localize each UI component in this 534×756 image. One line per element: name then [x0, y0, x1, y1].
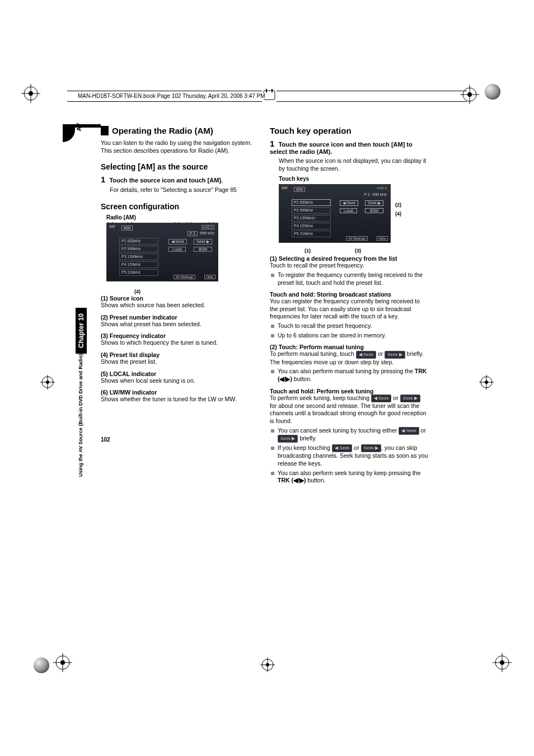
text: or [376, 350, 385, 357]
left-column: Operating the Radio (AM) You can listen … [101, 126, 259, 403]
text: To perform seek tuning, keep touching [270, 395, 371, 401]
figure-wrap: (1) (6) (2) (3) (5) AM MW P 2 999 kHz LO… [101, 223, 259, 281]
bullet: You can also perform manual tuning by pr… [278, 368, 428, 383]
callout-1: (1) [305, 248, 311, 253]
side-tab: AV Chapter 10 Using the AV Source (Built… [76, 308, 88, 520]
band-label: MW [121, 226, 133, 231]
page-number: 102 [101, 436, 110, 443]
bullet: If you keep touching ◀ Seek or Seek ▶, y… [278, 444, 428, 468]
av-label: AV [76, 123, 82, 131]
preset-row: P4 153kHz [292, 223, 331, 229]
content-area: Operating the Radio (AM) You can listen … [101, 126, 428, 641]
sphere-icon [485, 84, 500, 100]
item-title: (2) Preset number indicator [101, 314, 259, 321]
seek-right-icon: Seek ▶ [278, 435, 298, 443]
preset-row: P2 999kHz [292, 207, 331, 214]
text: or [352, 444, 360, 451]
text: briefly. [298, 435, 316, 442]
radio-screenshot: AM MW P 2 999 kHz LOC 1 P1 603kHz P2 999… [106, 223, 218, 281]
bullet: Touch to recall the preset frequency. [278, 322, 428, 330]
crop-mark-icon [53, 653, 72, 672]
chapter-subtitle: Using the AV Source (Built-in DVD Drive … [76, 354, 86, 481]
seek-left-icon: ◀ Seek [371, 395, 391, 402]
step-body: When the source icon is not displayed, y… [279, 157, 428, 172]
preset-row: P2 999kHz [119, 246, 158, 252]
crop-mark-icon [21, 84, 40, 103]
chapter-label: Chapter 10 [76, 308, 87, 354]
preset-row: P3 1399kHz [119, 253, 158, 260]
section-title-right: Touch key operation [270, 126, 428, 135]
seek-left-icon: ◀ Seek [332, 444, 352, 452]
step-1-right: 1 Touch the source icon and then touch [… [270, 139, 428, 155]
av-settings-button: AV Settings [174, 275, 195, 279]
step-bold: Touch the source icon and then touch [AM… [270, 141, 413, 155]
step-bold: Touch the source icon and touch [AM]. [109, 177, 223, 184]
seek-right-button: Seek ▶ [194, 239, 212, 245]
header-filepath: MAN-HD1BT-SOFTW-EN.book Page 102 Thursda… [76, 93, 268, 99]
section-title: Operating the Radio (AM) [101, 126, 259, 135]
preset-row: P5 218kHz [292, 231, 331, 237]
figure-label: Radio (AM) [106, 214, 259, 220]
page: MAN-HD1BT-SOFTW-EN.book Page 102 Thursda… [0, 0, 534, 756]
preset-row: P5 218kHz [119, 269, 158, 276]
item-title: Touch and hold: Perform seek tuning [270, 388, 428, 395]
callout-2: (2) [395, 202, 401, 208]
seek-left-icon: ◀ Seek [399, 427, 419, 435]
seek-right-button: Seek ▶ [365, 200, 383, 206]
subhead-screen-config: Screen configuration [101, 202, 259, 211]
item-title: (4) Preset list display [101, 351, 259, 358]
text: You can also perform manual tuning by pr… [278, 368, 415, 374]
seek-right-icon: Seek ▶ [361, 444, 381, 452]
item-title: (1) Source icon [101, 295, 259, 302]
text: button. [292, 375, 312, 382]
preset-indicator: P 2 [188, 231, 198, 236]
intro-text: You can listen to the radio by using the… [101, 139, 259, 154]
text: If you keep touching [278, 444, 332, 451]
item-title: (1) Selecting a desired frequency from t… [270, 255, 428, 262]
step-number: 1 [101, 175, 105, 184]
text: To perform manual tuning, touch [270, 350, 356, 357]
bullet: To register the frequency currently bein… [278, 271, 428, 287]
bullet: You can cancel seek tuning by touching e… [278, 427, 428, 443]
preset-row: P1 603kHz [119, 238, 158, 245]
item-title: (6) LW/MW indicator [101, 389, 259, 396]
crop-mark-icon [493, 653, 512, 672]
item-title: (2) Touch: Perform manual tuning [270, 344, 428, 350]
bsm-button: BSM [365, 208, 383, 213]
preset-row: P4 153kHz [119, 261, 158, 268]
item-body: Shows whether the tuner is tuned for the… [101, 396, 259, 403]
item-body: Shows when local seek tuning is on. [101, 377, 259, 385]
step-detail: For details, refer to "Selecting a sourc… [110, 186, 259, 194]
freq-indicator: 999 kHz [200, 231, 214, 235]
local-button: Local [340, 208, 357, 213]
step-1: 1 Touch the source icon and touch [AM]. [101, 175, 259, 184]
text: button. [306, 477, 325, 483]
item-body: Shows which source has been selected. [101, 302, 259, 309]
svg-point-7 [467, 92, 472, 97]
item-body: Shows to which frequency the tuner is tu… [101, 339, 259, 347]
item-body: Shows the preset list. [101, 358, 259, 366]
trk-label: TRK (◀/▶) [278, 477, 306, 483]
right-column: Touch key operation 1 Touch the source i… [270, 126, 428, 486]
preset-row: P1 603kHz [292, 199, 331, 206]
svg-point-19 [46, 381, 49, 384]
callout-4: (4) [395, 211, 401, 217]
seek-right-icon: Seek ▶ [385, 351, 405, 359]
sphere-icon [34, 658, 49, 673]
bsm-button: BSM [194, 247, 212, 252]
local-indicator: LOC 1 [202, 225, 214, 229]
bullet: You can also perform seek tuning by keep… [278, 469, 428, 485]
seek-right-icon: Seek ▶ [400, 395, 420, 402]
callout-4: (4) [134, 289, 140, 294]
text: You can also perform seek tuning by keep… [278, 469, 420, 476]
item-title: Touch and hold: Storing broadcast statio… [270, 291, 428, 298]
item-title: (5) LOCAL indicator [101, 370, 259, 377]
crop-mark-icon [479, 375, 494, 389]
item-body: You can register the frequency currently… [270, 298, 428, 321]
item-body: To perform seek tuning, keep touching ◀ … [270, 395, 428, 425]
svg-point-11 [500, 660, 504, 665]
crop-mark-icon [40, 375, 55, 389]
freq-indicator: 999 kHz [372, 192, 387, 196]
hide-button: Hide [204, 275, 216, 279]
item-body: To perform manual tuning, touch ◀ Seek o… [270, 350, 428, 366]
